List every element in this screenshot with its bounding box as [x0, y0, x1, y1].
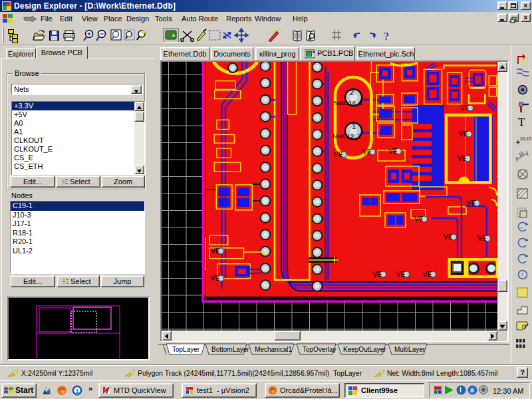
svg-text:1: 1: [352, 122, 356, 130]
svg-text:?: ?: [521, 273, 524, 277]
svg-text:2: 2: [350, 88, 354, 96]
svg-text:VE: VE: [334, 151, 343, 158]
svg-text:VE: VE: [388, 148, 398, 155]
svg-text:1: 1: [76, 388, 79, 394]
svg-text:TopOverlay: TopOverlay: [303, 346, 336, 353]
svg-text:VE: VE: [423, 271, 432, 278]
svg-text:VE: VE: [467, 200, 476, 207]
svg-text:c: c: [521, 225, 523, 229]
svg-text:BottomLayer: BottomLayer: [211, 346, 249, 353]
svg-text:VE: VE: [460, 104, 469, 112]
svg-text:VE: VE: [444, 233, 453, 241]
svg-text:?: ?: [384, 31, 389, 42]
svg-text:VE: VE: [211, 275, 220, 282]
svg-text:TopLayer: TopLayer: [172, 346, 200, 353]
svg-text:i: i: [460, 386, 462, 394]
svg-text:VE: VE: [362, 148, 372, 156]
svg-text:VE: VE: [458, 155, 467, 162]
svg-text:KeepOutLayer: KeepOutLayer: [343, 346, 386, 353]
svg-text:VE: VE: [396, 271, 406, 278]
svg-text:a: a: [470, 386, 474, 394]
svg-text:10,10: 10,10: [520, 136, 531, 141]
svg-text:Mechanical1: Mechanical1: [255, 346, 293, 353]
svg-text:VE: VE: [459, 130, 468, 138]
svg-text:VE: VE: [477, 235, 487, 242]
svg-text:NetC14_2: NetC14_2: [334, 99, 362, 106]
svg-text:T: T: [518, 116, 525, 128]
svg-text:VE: VE: [211, 247, 220, 255]
svg-text:MultiLayer: MultiLayer: [394, 346, 426, 353]
svg-text:NetC12_2: NetC12_2: [332, 132, 361, 140]
svg-text:VE: VE: [414, 215, 424, 223]
svg-text:VE: VE: [373, 271, 382, 278]
